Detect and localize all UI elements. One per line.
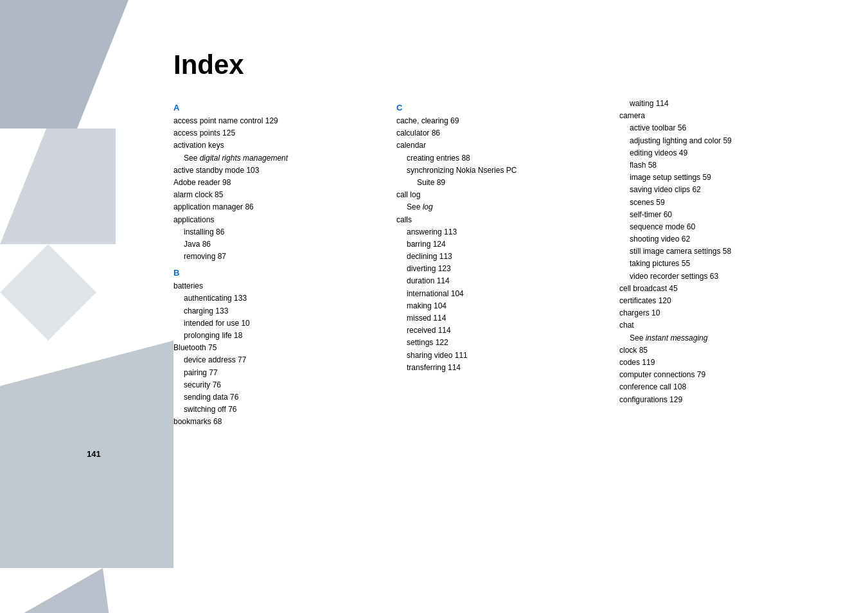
list-item: See instant messaging xyxy=(619,332,823,344)
geo-shape-1 xyxy=(0,0,128,129)
list-item: international 104 xyxy=(396,288,600,300)
list-item: diverting 123 xyxy=(396,263,600,275)
list-item: calls xyxy=(396,214,600,226)
list-item: activation keys xyxy=(173,139,377,152)
list-item: synchronizing Nokia Nseries PC xyxy=(396,164,600,177)
page-title: Index xyxy=(173,51,842,78)
list-item: security 76 xyxy=(173,379,377,391)
list-item: configurations 129 xyxy=(619,394,823,406)
list-item: chat xyxy=(619,319,823,332)
column-2: C cache, clearing 69 calculator 86 calen… xyxy=(396,98,619,374)
list-item: conference call 108 xyxy=(619,381,823,393)
list-item: cell broadcast 45 xyxy=(619,283,823,295)
list-item: camera xyxy=(619,110,823,122)
list-item: calendar xyxy=(396,139,600,152)
main-content: Index A access point name control 129 ac… xyxy=(173,51,842,587)
list-item: chargers 10 xyxy=(619,307,823,319)
section-a-header: A xyxy=(173,103,377,112)
list-item: making 104 xyxy=(396,300,600,312)
list-item: switching off 76 xyxy=(173,404,377,416)
list-item: active standby mode 103 xyxy=(173,164,377,177)
list-item: batteries xyxy=(173,280,377,292)
list-item: intended for use 10 xyxy=(173,317,377,330)
list-item: call log xyxy=(396,189,600,201)
list-item: device address 77 xyxy=(173,354,377,366)
list-item: declining 113 xyxy=(396,251,600,263)
italic-text: digital rights management xyxy=(200,154,288,163)
list-item: access point name control 129 xyxy=(173,115,377,127)
list-item: See log xyxy=(396,201,600,213)
italic-text: log xyxy=(423,202,433,211)
geo-shape-2 xyxy=(0,129,116,244)
list-item: shooting video 62 xyxy=(619,233,823,245)
list-item: Java 86 xyxy=(173,238,377,251)
list-item: codes 119 xyxy=(619,357,823,369)
list-item: answering 113 xyxy=(396,226,600,238)
list-item: video recorder settings 63 xyxy=(619,271,823,283)
list-item: flash 58 xyxy=(619,159,823,172)
list-item: application manager 86 xyxy=(173,201,377,213)
list-item: received 114 xyxy=(396,324,600,337)
column-1: A access point name control 129 access p… xyxy=(173,98,396,429)
geo-shape-3 xyxy=(0,244,96,341)
list-item: Suite 89 xyxy=(396,177,600,189)
list-item: image setup settings 59 xyxy=(619,172,823,184)
page-number: 141 xyxy=(87,449,101,459)
section-b-header: B xyxy=(173,268,377,278)
list-item: charging 133 xyxy=(173,305,377,317)
list-item: applications xyxy=(173,214,377,226)
list-item: alarm clock 85 xyxy=(173,189,377,201)
list-item: waiting 114 xyxy=(619,98,823,110)
list-item: computer connections 79 xyxy=(619,369,823,381)
list-item: clock 85 xyxy=(619,344,823,357)
geo-shape-5 xyxy=(0,568,128,613)
list-item: installing 86 xyxy=(173,226,377,238)
list-item: active toolbar 56 xyxy=(619,122,823,134)
list-item: settings 122 xyxy=(396,337,600,349)
list-item: creating entries 88 xyxy=(396,152,600,164)
section-c-header: C xyxy=(396,103,600,112)
list-item: Bluetooth 75 xyxy=(173,342,377,354)
list-item: calculator 86 xyxy=(396,127,600,139)
list-item: saving video clips 62 xyxy=(619,184,823,196)
list-item: pairing 77 xyxy=(173,367,377,379)
list-item: editing videos 49 xyxy=(619,147,823,159)
list-item: sharing video 111 xyxy=(396,350,600,362)
list-item: still image camera settings 58 xyxy=(619,245,823,258)
list-item: sequence mode 60 xyxy=(619,221,823,233)
list-item: access points 125 xyxy=(173,127,377,139)
list-item: cache, clearing 69 xyxy=(396,115,600,127)
list-item: scenes 59 xyxy=(619,197,823,209)
column-3: waiting 114 camera active toolbar 56 adj… xyxy=(619,98,842,406)
italic-text: instant messaging xyxy=(646,333,708,342)
list-item: taking pictures 55 xyxy=(619,258,823,270)
list-item: bookmarks 68 xyxy=(173,416,377,428)
list-item: self-timer 60 xyxy=(619,209,823,221)
left-decoration xyxy=(0,0,173,613)
list-item: Adobe reader 98 xyxy=(173,177,377,189)
list-item: sending data 76 xyxy=(173,391,377,404)
list-item: missed 114 xyxy=(396,312,600,324)
list-item: adjusting lighting and color 59 xyxy=(619,135,823,147)
list-item: transferring 114 xyxy=(396,362,600,374)
list-item: authenticating 133 xyxy=(173,292,377,305)
list-item: barring 124 xyxy=(396,238,600,251)
list-item: prolonging life 18 xyxy=(173,330,377,342)
list-item: duration 114 xyxy=(396,275,600,287)
list-item: See digital rights management xyxy=(173,152,377,164)
list-item: certificates 120 xyxy=(619,295,823,307)
list-item: removing 87 xyxy=(173,251,377,263)
index-columns: A access point name control 129 access p… xyxy=(173,98,842,429)
